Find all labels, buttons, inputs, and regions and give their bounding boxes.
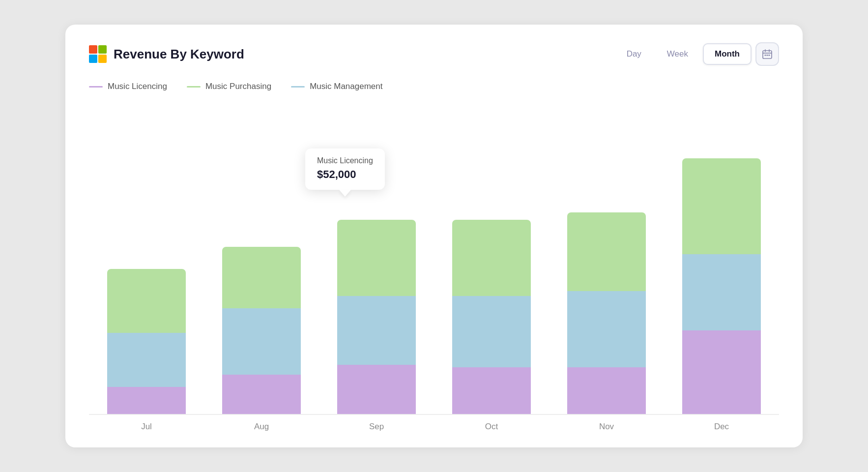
- svg-rect-5: [767, 55, 768, 56]
- legend-label-management: Music Management: [310, 82, 382, 91]
- x-label-nov: Nov: [549, 422, 664, 432]
- bar-group-aug: [204, 247, 319, 414]
- bars-container: [89, 109, 779, 414]
- bar-group-jul: [89, 269, 204, 414]
- legend-line-licencing: [89, 86, 103, 88]
- seg-licencing-nov: [567, 367, 646, 414]
- month-button[interactable]: Month: [703, 43, 752, 65]
- ms-logo: [89, 45, 107, 63]
- main-card: Revenue By Keyword Day Week Month: [65, 25, 803, 447]
- x-label-jul: Jul: [89, 422, 204, 432]
- legend-item-licencing: Music Licencing: [89, 82, 167, 91]
- logo-q3: [89, 55, 97, 63]
- seg-purchasing-nov: [567, 212, 646, 291]
- bar-stack-nov[interactable]: [567, 212, 646, 414]
- x-axis-divider: [89, 414, 779, 415]
- seg-management-dec: [682, 254, 761, 330]
- x-label-dec: Dec: [664, 422, 779, 432]
- seg-purchasing-sep: [337, 220, 416, 296]
- legend-label-licencing: Music Licencing: [108, 82, 167, 91]
- legend-line-purchasing: [187, 86, 201, 88]
- seg-management-sep: [337, 296, 416, 365]
- bar-group-oct: [434, 220, 549, 414]
- seg-purchasing-oct: [452, 220, 531, 296]
- x-label-aug: Aug: [204, 422, 319, 432]
- calendar-button[interactable]: [755, 42, 779, 66]
- logo-title: Revenue By Keyword: [89, 45, 244, 63]
- legend-item-management: Music Management: [291, 82, 382, 91]
- seg-purchasing-dec: [682, 158, 761, 254]
- seg-licencing-dec: [682, 330, 761, 414]
- seg-purchasing-aug: [222, 247, 301, 308]
- week-button[interactable]: Week: [656, 44, 699, 64]
- svg-rect-6: [769, 55, 770, 56]
- seg-licencing-aug: [222, 375, 301, 414]
- bar-stack-oct[interactable]: [452, 220, 531, 414]
- bar-stack-aug[interactable]: [222, 247, 301, 414]
- bar-group-dec: [664, 158, 779, 414]
- logo-q4: [98, 55, 107, 63]
- day-button[interactable]: Day: [616, 44, 652, 64]
- seg-licencing-sep: [337, 365, 416, 414]
- logo-q2: [98, 45, 107, 54]
- seg-licencing-oct: [452, 367, 531, 414]
- legend: Music Licencing Music Purchasing Music M…: [89, 82, 779, 91]
- bar-stack-jul[interactable]: [107, 269, 186, 414]
- page-title: Revenue By Keyword: [114, 47, 244, 62]
- seg-management-jul: [107, 333, 186, 387]
- x-label-oct: Oct: [434, 422, 549, 432]
- bar-group-sep: [319, 220, 434, 414]
- legend-label-purchasing: Music Purchasing: [205, 82, 271, 91]
- svg-rect-4: [765, 55, 766, 56]
- seg-management-aug: [222, 308, 301, 375]
- logo-q1: [89, 45, 97, 54]
- bar-group-nov: [549, 212, 664, 414]
- header: Revenue By Keyword Day Week Month: [89, 42, 779, 66]
- calendar-icon: [762, 49, 773, 59]
- bar-stack-sep[interactable]: [337, 220, 416, 414]
- x-label-sep: Sep: [319, 422, 434, 432]
- x-axis: JulAugSepOctNovDec: [89, 422, 779, 432]
- legend-item-purchasing: Music Purchasing: [187, 82, 271, 91]
- seg-management-oct: [452, 296, 531, 367]
- time-controls: Day Week Month: [616, 42, 779, 66]
- seg-licencing-jul: [107, 387, 186, 414]
- legend-line-management: [291, 86, 305, 88]
- bar-stack-dec[interactable]: [682, 158, 761, 414]
- seg-purchasing-jul: [107, 269, 186, 333]
- chart-area: Music Licencing $52,000 JulAugSepOctNovD…: [89, 109, 779, 432]
- seg-management-nov: [567, 291, 646, 367]
